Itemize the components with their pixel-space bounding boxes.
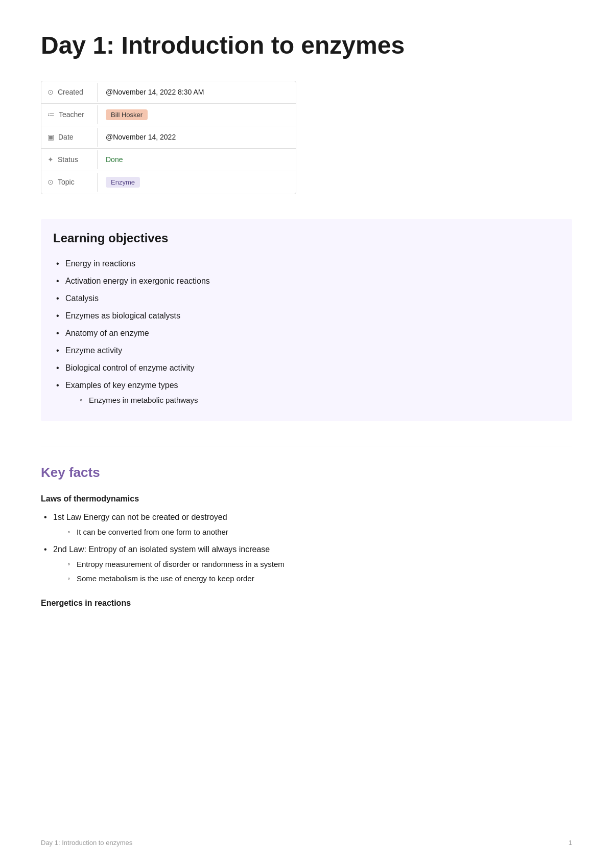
prop-label-text-teacher: Teacher xyxy=(59,109,84,120)
learning-objectives-section: Learning objectives Energy in reactions … xyxy=(41,219,572,422)
list-item-text: Activation energy in exergonic reactions xyxy=(65,277,210,285)
properties-table: ⊙ Created @November 14, 2022 8:30 AM ≔ T… xyxy=(41,81,296,194)
prop-row-topic: ⊙ Topic Enzyme xyxy=(41,171,296,194)
sub-list: Entropy measurement of disorder or rando… xyxy=(65,559,572,585)
list-item-text: Catalysis xyxy=(65,294,99,303)
prop-value-created: @November 14, 2022 8:30 AM xyxy=(98,83,296,102)
list-item: Biological control of enzyme activity xyxy=(53,362,560,374)
sub-list-item-text: Enzymes in metabolic pathways xyxy=(89,396,198,404)
thermodynamics-list: 1st Law Energy can not be created or des… xyxy=(41,511,572,585)
key-facts-heading: Key facts xyxy=(41,463,572,483)
prop-row-created: ⊙ Created @November 14, 2022 8:30 AM xyxy=(41,81,296,104)
prop-label-status: ✦ Status xyxy=(41,150,98,169)
list-item: Enzyme activity xyxy=(53,345,560,357)
section-divider xyxy=(41,446,572,446)
list-item: 1st Law Energy can not be created or des… xyxy=(41,511,572,538)
sub-list-item-text: Entropy measurement of disorder or rando… xyxy=(77,560,285,568)
sub-list: Enzymes in metabolic pathways xyxy=(78,395,560,406)
prop-label-topic: ⊙ Topic xyxy=(41,173,98,192)
prop-label-text-date: Date xyxy=(58,132,74,143)
sub-list-item: Enzymes in metabolic pathways xyxy=(78,395,560,406)
prop-label-text-created: Created xyxy=(58,87,83,98)
clock-icon: ⊙ xyxy=(48,87,54,98)
prop-label-teacher: ≔ Teacher xyxy=(41,105,98,124)
list-icon: ≔ xyxy=(48,109,55,120)
list-item-text: Biological control of enzyme activity xyxy=(65,363,195,372)
list-item-text: 2nd Law: Entropy of an isolated system w… xyxy=(53,545,270,554)
prop-row-teacher: ≔ Teacher Bill Hosker xyxy=(41,104,296,126)
list-item: Enzymes as biological catalysts xyxy=(53,310,560,322)
sub-list-item: It can be converted from one form to ano… xyxy=(65,527,572,538)
list-item: Activation energy in exergonic reactions xyxy=(53,275,560,287)
prop-value-topic: Enzyme xyxy=(98,173,296,192)
subsection-heading-energetics: Energetics in reactions xyxy=(41,597,572,609)
prop-label-text-status: Status xyxy=(58,154,78,165)
page-footer: Day 1: Introduction to enzymes 1 xyxy=(41,838,572,848)
footer-right: 1 xyxy=(569,838,572,848)
sub-list-item: Entropy measurement of disorder or rando… xyxy=(65,559,572,570)
sub-list-item-text: It can be converted from one form to ano… xyxy=(77,528,228,536)
list-item: 2nd Law: Entropy of an isolated system w… xyxy=(41,543,572,585)
list-item: Anatomy of an enzyme xyxy=(53,327,560,339)
prop-value-status: Done xyxy=(98,150,296,169)
list-item: Catalysis xyxy=(53,292,560,305)
learning-objectives-heading: Learning objectives xyxy=(53,229,560,249)
prop-value-date: @November 14, 2022 xyxy=(98,128,296,147)
list-item: Examples of key enzyme types Enzymes in … xyxy=(53,379,560,406)
key-facts-section: Key facts Laws of thermodynamics 1st Law… xyxy=(41,463,572,609)
calendar-icon: ▣ xyxy=(48,132,54,143)
topic-icon: ⊙ xyxy=(48,177,54,188)
prop-row-status: ✦ Status Done xyxy=(41,149,296,171)
learning-objectives-list: Energy in reactions Activation energy in… xyxy=(53,258,560,406)
list-item-text: Enzyme activity xyxy=(65,346,122,355)
subsection-thermodynamics: Laws of thermodynamics 1st Law Energy ca… xyxy=(41,493,572,585)
sub-list-item: Some metabolism is the use of energy to … xyxy=(65,573,572,585)
list-item-text: Energy in reactions xyxy=(65,259,135,268)
prop-value-teacher: Bill Hosker xyxy=(98,105,296,124)
subsection-heading-thermodynamics: Laws of thermodynamics xyxy=(41,493,572,505)
prop-row-date: ▣ Date @November 14, 2022 xyxy=(41,126,296,149)
status-done-badge: Done xyxy=(106,155,123,164)
gear-icon: ✦ xyxy=(48,154,54,165)
list-item-text: Anatomy of an enzyme xyxy=(65,329,149,337)
sub-list-item-text: Some metabolism is the use of energy to … xyxy=(77,574,254,583)
list-item-text: 1st Law Energy can not be created or des… xyxy=(53,513,227,521)
sub-list: It can be converted from one form to ano… xyxy=(65,527,572,538)
teacher-tag[interactable]: Bill Hosker xyxy=(106,109,148,120)
list-item: Energy in reactions xyxy=(53,258,560,270)
prop-label-text-topic: Topic xyxy=(58,177,75,188)
prop-label-created: ⊙ Created xyxy=(41,83,98,102)
page-title: Day 1: Introduction to enzymes xyxy=(41,31,572,60)
footer-left: Day 1: Introduction to enzymes xyxy=(41,838,132,848)
list-item-text: Enzymes as biological catalysts xyxy=(65,311,180,320)
subsection-energetics: Energetics in reactions xyxy=(41,597,572,609)
list-item-text: Examples of key enzyme types xyxy=(65,381,178,390)
topic-tag[interactable]: Enzyme xyxy=(106,177,140,188)
prop-label-date: ▣ Date xyxy=(41,128,98,147)
